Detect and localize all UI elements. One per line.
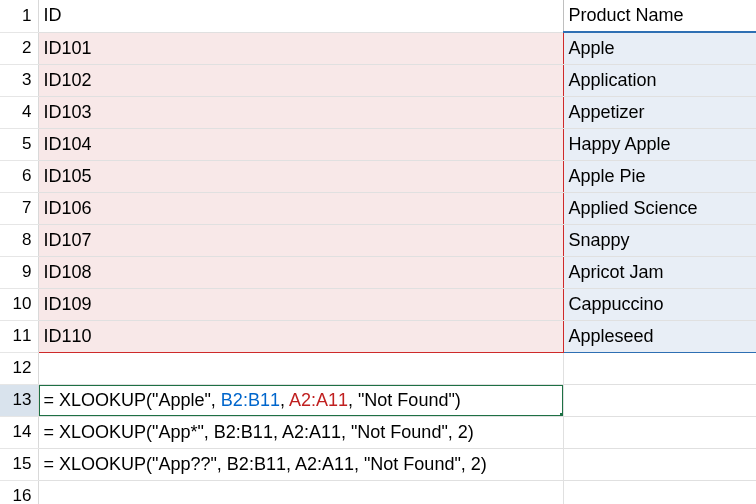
cell-B10[interactable]: Cappuccino xyxy=(563,288,756,320)
spreadsheet-grid[interactable]: 1 ID Product Name 2 ID101 Apple 3 ID102 … xyxy=(0,0,756,504)
cell-B8[interactable]: Snappy xyxy=(563,224,756,256)
cell-A11[interactable]: ID110 xyxy=(38,320,563,352)
cell-A8[interactable]: ID107 xyxy=(38,224,563,256)
formula-fragment: , xyxy=(280,390,289,410)
fill-handle-icon[interactable] xyxy=(560,413,564,417)
table-row: 13 = XLOOKUP("Apple", B2:B11, A2:A11, "N… xyxy=(0,384,756,416)
row-header[interactable]: 3 xyxy=(0,64,38,96)
table-row: 12 xyxy=(0,352,756,384)
cell-A5[interactable]: ID104 xyxy=(38,128,563,160)
table-row: 16 xyxy=(0,480,756,504)
table-row: 9 ID108 Apricot Jam xyxy=(0,256,756,288)
cell-B14[interactable] xyxy=(563,416,756,448)
table-row: 2 ID101 Apple xyxy=(0,32,756,64)
row-header[interactable]: 10 xyxy=(0,288,38,320)
cell-A3[interactable]: ID102 xyxy=(38,64,563,96)
row-header[interactable]: 15 xyxy=(0,448,38,480)
cell-A12[interactable] xyxy=(38,352,563,384)
cell-A13[interactable]: = XLOOKUP("Apple", B2:B11, A2:A11, "Not … xyxy=(38,384,563,416)
row-header[interactable]: 13 xyxy=(0,384,38,416)
cell-B1[interactable]: Product Name xyxy=(563,0,756,32)
cell-B6[interactable]: Apple Pie xyxy=(563,160,756,192)
table-row: 1 ID Product Name xyxy=(0,0,756,32)
table-row: 14 = XLOOKUP("App*", B2:B11, A2:A11, "No… xyxy=(0,416,756,448)
cell-B12[interactable] xyxy=(563,352,756,384)
cell-B2[interactable]: Apple xyxy=(563,32,756,64)
table-row: 11 ID110 Appleseed xyxy=(0,320,756,352)
formula-fragment: , "Not Found") xyxy=(348,390,461,410)
formula-ref-red: A2:A11 xyxy=(289,390,348,410)
row-header[interactable]: 12 xyxy=(0,352,38,384)
cell-A7[interactable]: ID106 xyxy=(38,192,563,224)
table-row: 5 ID104 Happy Apple xyxy=(0,128,756,160)
cell-B3[interactable]: Application xyxy=(563,64,756,96)
cell-B5[interactable]: Happy Apple xyxy=(563,128,756,160)
table-row: 8 ID107 Snappy xyxy=(0,224,756,256)
cell-B16[interactable] xyxy=(563,480,756,504)
cell-A16[interactable] xyxy=(38,480,563,504)
cell-A1[interactable]: ID xyxy=(38,0,563,32)
table-row: 4 ID103 Appetizer xyxy=(0,96,756,128)
cell-B15[interactable] xyxy=(563,448,756,480)
row-header[interactable]: 5 xyxy=(0,128,38,160)
table-row: 15 = XLOOKUP("App??", B2:B11, A2:A11, "N… xyxy=(0,448,756,480)
cell-A4[interactable]: ID103 xyxy=(38,96,563,128)
table-row: 3 ID102 Application xyxy=(0,64,756,96)
cell-A2[interactable]: ID101 xyxy=(38,32,563,64)
row-header[interactable]: 16 xyxy=(0,480,38,504)
row-header[interactable]: 2 xyxy=(0,32,38,64)
row-header[interactable]: 9 xyxy=(0,256,38,288)
row-header[interactable]: 14 xyxy=(0,416,38,448)
cell-B4[interactable]: Appetizer xyxy=(563,96,756,128)
row-header[interactable]: 7 xyxy=(0,192,38,224)
cell-A10[interactable]: ID109 xyxy=(38,288,563,320)
cell-A9[interactable]: ID108 xyxy=(38,256,563,288)
row-header[interactable]: 11 xyxy=(0,320,38,352)
row-header[interactable]: 6 xyxy=(0,160,38,192)
formula-ref-blue: B2:B11 xyxy=(221,390,280,410)
cell-A15[interactable]: = XLOOKUP("App??", B2:B11, A2:A11, "Not … xyxy=(38,448,563,480)
row-header[interactable]: 4 xyxy=(0,96,38,128)
table-row: 6 ID105 Apple Pie xyxy=(0,160,756,192)
cell-A14[interactable]: = XLOOKUP("App*", B2:B11, A2:A11, "Not F… xyxy=(38,416,563,448)
formula-fragment: = XLOOKUP("Apple", xyxy=(44,390,221,410)
cell-A6[interactable]: ID105 xyxy=(38,160,563,192)
cell-B9[interactable]: Apricot Jam xyxy=(563,256,756,288)
cell-B13[interactable] xyxy=(563,384,756,416)
row-header[interactable]: 8 xyxy=(0,224,38,256)
table-row: 7 ID106 Applied Science xyxy=(0,192,756,224)
table-row: 10 ID109 Cappuccino xyxy=(0,288,756,320)
cell-B11[interactable]: Appleseed xyxy=(563,320,756,352)
cell-B7[interactable]: Applied Science xyxy=(563,192,756,224)
row-header[interactable]: 1 xyxy=(0,0,38,32)
